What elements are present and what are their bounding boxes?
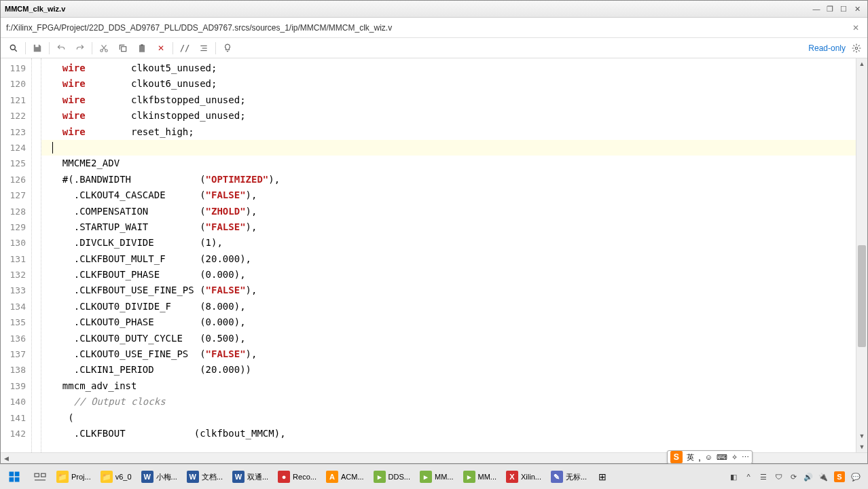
- format-icon[interactable]: [195, 40, 213, 56]
- code-line[interactable]: (: [41, 410, 856, 426]
- tray-icon[interactable]: ⟳: [788, 471, 799, 482]
- editor-area: 1191201211221231241251261271281291301311…: [1, 58, 867, 452]
- code-line[interactable]: .DIVCLK_DIVIDE (1),: [41, 235, 856, 251]
- svg-line-1: [15, 49, 17, 51]
- code-line[interactable]: .CLKOUT0_PHASE (0.000),: [41, 314, 856, 330]
- taskbar-app[interactable]: ●Reco...: [274, 466, 321, 488]
- ime-emoji-icon[interactable]: ☺: [705, 453, 712, 461]
- code-line[interactable]: wire clkout6_unused;: [41, 76, 856, 92]
- code-area[interactable]: wire clkout5_unused; wire clkout6_unused…: [41, 58, 856, 452]
- titlebar: MMCM_clk_wiz.v — ❐ ☐ ✕: [1, 1, 867, 18]
- svg-point-0: [10, 45, 15, 50]
- svg-rect-18: [41, 473, 46, 477]
- code-line[interactable]: .STARTUP_WAIT ("FALSE"),: [41, 219, 856, 235]
- tray-icon[interactable]: 🛡: [773, 471, 784, 482]
- tray-icon[interactable]: ^: [743, 471, 754, 482]
- cut-icon[interactable]: [95, 40, 113, 56]
- gear-icon[interactable]: [850, 41, 863, 55]
- delete-icon[interactable]: ✕: [152, 40, 170, 56]
- svg-point-12: [855, 47, 858, 50]
- line-number: 131: [1, 251, 26, 267]
- taskbar-app[interactable]: ✎无标...: [547, 466, 591, 488]
- code-line[interactable]: .CLKIN1_PERIOD (20.000)): [41, 362, 856, 378]
- undo-icon[interactable]: [52, 40, 70, 56]
- app-label: ACM...: [341, 473, 364, 481]
- start-button[interactable]: [0, 465, 29, 490]
- app-icon: W: [141, 471, 153, 483]
- ime-logo-icon[interactable]: S: [670, 451, 683, 463]
- maximize-button[interactable]: ☐: [837, 3, 850, 14]
- taskbar-app[interactable]: W文档...: [183, 466, 227, 488]
- ime-keyboard-icon[interactable]: ⌨: [717, 453, 727, 462]
- code-line[interactable]: .CLKFBOUT_USE_FINE_PS ("FALSE"),: [41, 283, 856, 298]
- taskbar-app[interactable]: W双通...: [228, 466, 272, 488]
- code-line[interactable]: mmcm_adv_inst: [41, 378, 856, 394]
- code-line[interactable]: .CLKFBOUT (clkfbout_MMCM),: [41, 426, 856, 441]
- code-line[interactable]: .CLKOUT0_DIVIDE_F (8.000),: [41, 299, 856, 314]
- restore-button[interactable]: ❐: [824, 3, 836, 14]
- taskbar-app[interactable]: W小梅...: [137, 466, 181, 488]
- save-icon[interactable]: [29, 40, 46, 56]
- tray-icon[interactable]: ◧: [728, 471, 739, 482]
- paste-icon[interactable]: [133, 40, 151, 56]
- tray-notifications-icon[interactable]: 💬: [850, 471, 861, 482]
- code-line[interactable]: wire clkout5_unused;: [41, 60, 856, 76]
- code-line[interactable]: [41, 140, 856, 156]
- code-line[interactable]: .CLKOUT4_CASCADE ("FALSE"),: [41, 187, 856, 203]
- line-number: 140: [1, 394, 26, 410]
- comment-icon[interactable]: //: [176, 40, 194, 56]
- svg-rect-8: [141, 44, 143, 46]
- path-close-button[interactable]: ✕: [850, 22, 862, 34]
- search-icon[interactable]: [5, 40, 22, 56]
- ime-more-icon[interactable]: ⋯: [742, 453, 749, 462]
- scroll-up-icon[interactable]: ▲: [856, 58, 867, 69]
- close-button[interactable]: ✕: [851, 3, 863, 14]
- ime-extra-icon[interactable]: ✧: [731, 453, 738, 462]
- code-line[interactable]: MMCME2_ADV: [41, 156, 856, 171]
- code-line[interactable]: .CLKOUT0_DUTY_CYCLE (0.500),: [41, 331, 856, 346]
- bulb-icon[interactable]: [219, 40, 236, 56]
- ime-toolbar[interactable]: S 英 , ☺ ⌨ ✧ ⋯: [667, 450, 753, 464]
- minimize-button[interactable]: —: [810, 3, 822, 14]
- code-line[interactable]: wire clkfbstopped_unused;: [41, 92, 856, 108]
- system-tray: ◧^☰🛡⟳🔊🔌 S 💬: [728, 471, 868, 482]
- scroll-down2-icon[interactable]: ▼: [856, 441, 867, 452]
- ime-punct[interactable]: ,: [698, 452, 701, 463]
- task-virtual-desktop[interactable]: ⊞: [592, 466, 613, 488]
- taskbar-app[interactable]: ▸MM...: [459, 466, 501, 488]
- app-icon: ▸: [374, 471, 386, 483]
- taskbar-app[interactable]: XXilin...: [502, 466, 545, 488]
- line-number: 133: [1, 283, 26, 298]
- taskbar-app[interactable]: ▸MM...: [416, 466, 458, 488]
- code-line[interactable]: .CLKOUT0_USE_FINE_PS ("FALSE"),: [41, 346, 856, 362]
- task-view-button[interactable]: [29, 466, 51, 488]
- tray-icon[interactable]: ☰: [758, 471, 769, 482]
- copy-icon[interactable]: [114, 40, 132, 56]
- code-line[interactable]: .CLKFBOUT_MULT_F (20.000),: [41, 251, 856, 267]
- fold-column: [32, 58, 41, 452]
- taskbar-app[interactable]: 📁v6_0: [96, 466, 136, 488]
- scroll-left-icon[interactable]: ◀: [1, 453, 12, 464]
- scroll-thumb[interactable]: [858, 245, 866, 347]
- code-line[interactable]: .CLKFBOUT_PHASE (0.000),: [41, 267, 856, 283]
- vertical-scrollbar[interactable]: ▲ ▼ ▼: [856, 58, 867, 452]
- ime-lang[interactable]: 英: [687, 452, 694, 463]
- app-label: 小梅...: [156, 472, 177, 482]
- taskbar-app[interactable]: AACM...: [322, 466, 368, 488]
- scroll-down-icon[interactable]: ▼: [856, 431, 867, 441]
- code-line[interactable]: wire reset_high;: [41, 124, 856, 140]
- code-line[interactable]: #(.BANDWIDTH ("OPTIMIZED"),: [41, 172, 856, 187]
- separator: [49, 42, 50, 54]
- code-line[interactable]: wire clkinstopped_unused;: [41, 108, 856, 124]
- app-label: DDS...: [388, 473, 410, 481]
- tray-ime-icon[interactable]: S: [834, 471, 845, 482]
- taskbar-app[interactable]: 📁Proj...: [52, 466, 95, 488]
- separator: [92, 42, 92, 54]
- code-line[interactable]: // Output clocks: [41, 394, 856, 410]
- code-line[interactable]: .COMPENSATION ("ZHOLD"),: [41, 204, 856, 219]
- tray-icon[interactable]: 🔌: [818, 471, 829, 482]
- app-icon: 📁: [56, 471, 69, 483]
- taskbar-app[interactable]: ▸DDS...: [369, 466, 414, 488]
- redo-icon[interactable]: [71, 40, 89, 56]
- tray-icon[interactable]: 🔊: [803, 471, 814, 482]
